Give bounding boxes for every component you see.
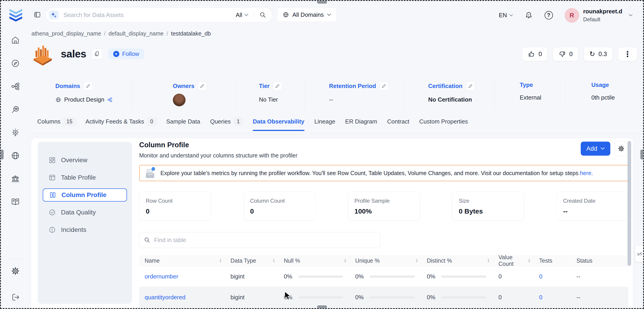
edit-owners-icon[interactable]: [198, 81, 207, 91]
col-header-unique[interactable]: Unique %▲▼: [350, 257, 422, 264]
banner-text: Explore your table's metrics by running …: [160, 170, 593, 176]
unique-progress-bar: [370, 275, 415, 278]
col-header-name[interactable]: Name▲▼: [139, 257, 225, 264]
downvote-button[interactable]: 0: [553, 47, 578, 61]
insights-bulb-icon[interactable]: [10, 128, 20, 138]
section-subtitle: Monitor and understand your columns stru…: [139, 152, 628, 159]
thumbs-down-icon: [558, 51, 566, 58]
col-header-data-type[interactable]: Data Type▲▼: [225, 257, 278, 264]
distinct-progress-bar: [441, 296, 486, 298]
null-progress-bar: [298, 275, 343, 278]
tab-data-observability[interactable]: Data Observability: [253, 118, 304, 131]
owner-avatar[interactable]: [173, 94, 186, 106]
edit-tier-icon[interactable]: [273, 81, 282, 91]
search-input[interactable]: [64, 12, 236, 19]
version-button[interactable]: ↻ 0.3: [584, 47, 612, 61]
language-dropdown[interactable]: EN: [499, 12, 513, 19]
global-search[interactable]: All: [46, 8, 272, 23]
all-domains-button[interactable]: All Domains: [277, 8, 337, 22]
meta-retention: Retention Period --: [305, 80, 404, 110]
whiteboard-handle-button[interactable]: [635, 245, 644, 262]
breadcrumb-schema[interactable]: testdatalake_db: [171, 30, 211, 37]
capture-handle-right: [640, 150, 643, 159]
col-header-value-count[interactable]: Value Count▲▼: [493, 254, 534, 267]
tab-custom-properties[interactable]: Custom Properties: [419, 118, 468, 131]
kebab-menu-icon: ⋮: [624, 50, 632, 58]
tab-queries[interactable]: Queries1: [210, 118, 243, 131]
ai-sparkle-icon[interactable]: [49, 11, 58, 19]
version-history-icon: ↻: [589, 51, 595, 58]
tab-contract[interactable]: Contract: [387, 118, 409, 131]
docs-link[interactable]: here.: [580, 170, 593, 176]
more-options-button[interactable]: ⋮: [618, 47, 637, 61]
meta-type: Type External: [494, 80, 566, 110]
breadcrumb-database[interactable]: default_display_name: [109, 30, 164, 37]
stat-row-count: Row Count 0: [139, 191, 211, 221]
nav-incidents[interactable]: Incidents: [43, 223, 127, 236]
col-header-distinct[interactable]: Distinct %▲▼: [422, 257, 493, 264]
notifications-bell-icon[interactable]: [525, 11, 533, 20]
help-icon[interactable]: ?: [544, 11, 553, 20]
search-icon[interactable]: [260, 12, 266, 18]
domains-globe-icon[interactable]: [10, 151, 20, 161]
column-name-link[interactable]: ordernumber: [144, 273, 178, 280]
distinct-progress-bar: [441, 275, 486, 278]
observability-search-icon[interactable]: [10, 105, 20, 114]
nav-table-profile[interactable]: Table Profile: [43, 171, 127, 184]
user-avatar[interactable]: R: [565, 8, 579, 23]
glossary-book-icon[interactable]: [10, 197, 20, 207]
add-button[interactable]: Add: [581, 142, 610, 156]
sidebar-toggle-icon[interactable]: [34, 11, 41, 18]
entity-tabs: Columns15 Activity Feeds & Tasks0 Sample…: [37, 118, 468, 131]
logout-icon[interactable]: [10, 292, 20, 302]
topbar: All All Domains EN ? R rounakpreet.d Def…: [30, 0, 644, 31]
sort-icon: ▲▼: [415, 258, 418, 263]
tests-count-link[interactable]: 0: [539, 273, 542, 280]
meta-tier: Tier No Tier: [235, 80, 305, 110]
globe-icon: [55, 97, 61, 103]
profiler-settings-button[interactable]: [614, 141, 628, 156]
meta-owners: Owners: [132, 80, 235, 110]
breadcrumb-service[interactable]: athena_prod_display_name: [32, 30, 101, 37]
data-flow-icon[interactable]: [10, 81, 20, 91]
tab-er-diagram[interactable]: ER Diagram: [345, 118, 377, 131]
edit-domains-icon[interactable]: [84, 81, 93, 91]
tests-count-link[interactable]: 0: [539, 294, 542, 301]
search-icon: [144, 237, 150, 243]
profile-stat-cards: Row Count 0 Column Count 0 Profile Sampl…: [139, 191, 628, 221]
stat-column-count: Column Count 0: [244, 191, 316, 221]
home-icon[interactable]: [10, 35, 20, 45]
sort-icon: ▲▼: [272, 258, 275, 263]
upvote-button[interactable]: 0: [522, 47, 548, 61]
search-scope-dropdown[interactable]: All: [236, 12, 248, 19]
stat-profile-sample: Profile Sample 100%: [348, 191, 420, 221]
panel-scrollbar[interactable]: [628, 141, 631, 266]
tab-sample-data[interactable]: Sample Data: [166, 118, 200, 131]
sort-icon: ▲▼: [528, 258, 530, 263]
nav-column-profile[interactable]: Column Profile: [43, 188, 127, 202]
copy-name-button[interactable]: [92, 49, 102, 59]
nav-overview[interactable]: Overview: [43, 154, 127, 167]
data-quality-check-icon: [48, 209, 56, 216]
col-header-null[interactable]: Null %▲▼: [278, 257, 350, 264]
user-menu[interactable]: R rounakpreet.d Default: [565, 8, 633, 23]
find-in-table[interactable]: [139, 232, 380, 248]
govern-bank-icon[interactable]: [10, 174, 20, 184]
edit-retention-icon[interactable]: [380, 81, 388, 91]
follow-button[interactable]: ★ Follow: [108, 48, 144, 59]
chevron-down-icon: [327, 14, 331, 16]
profiler-info-banner: Explore your table's metrics by running …: [139, 165, 628, 181]
tab-activity-feeds[interactable]: Activity Feeds & Tasks0: [86, 118, 156, 131]
unique-progress-bar: [370, 296, 415, 298]
domains-value[interactable]: Product Design: [55, 96, 132, 103]
settings-gear-icon[interactable]: [10, 266, 20, 276]
edit-certification-icon[interactable]: [466, 81, 475, 91]
col-header-status: Status: [571, 257, 628, 264]
explore-compass-icon[interactable]: [10, 58, 20, 68]
column-name-link[interactable]: quantityordered: [144, 294, 186, 301]
nav-data-quality[interactable]: Data Quality: [43, 206, 127, 219]
find-in-table-input[interactable]: [154, 237, 376, 244]
overview-grid-icon: [48, 157, 56, 164]
tab-lineage[interactable]: Lineage: [314, 118, 335, 131]
tab-columns[interactable]: Columns15: [37, 118, 76, 131]
